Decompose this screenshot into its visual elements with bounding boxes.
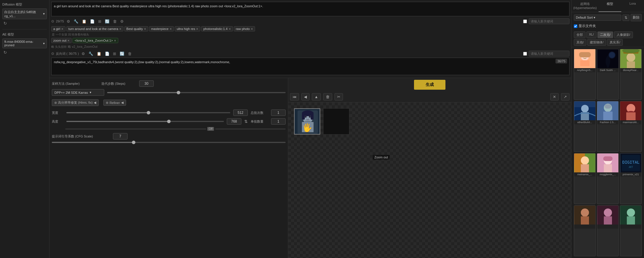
model-card-10[interactable] (597, 205, 619, 256)
ae-model-refresh-button[interactable]: ↻ (2, 50, 47, 55)
open-in-new-btn[interactable]: ↗ (561, 93, 569, 100)
tag-zoom-out[interactable]: zoom out ✕ (51, 38, 72, 43)
first-image-btn[interactable]: ⏮ (290, 93, 299, 100)
total-batches-value-box[interactable]: 1 (271, 109, 286, 116)
diffusion-model-refresh-button[interactable]: ↻ (2, 20, 47, 26)
generated-image-thumb[interactable]: 🖐 (294, 108, 320, 135)
model-card-manmaru[interactable]: manmaruMi... (620, 101, 642, 152)
tag-photorealistic[interactable]: photorealistic:1.4 ✕ (201, 26, 233, 31)
negative-prompt-textarea[interactable]: nsfw,ng_deepnegative_v1_75t,badhandv4,(w… (51, 58, 569, 75)
swap-dimensions-btn[interactable]: ⇅ (244, 119, 248, 124)
negative-prompt-keyword-input[interactable] (529, 51, 569, 56)
positive-prompt-checkbox[interactable] (523, 20, 527, 23)
model-card-primemix[interactable]: DIGITALART primemix_v21 (620, 153, 642, 204)
tag-photorealistic-remove[interactable]: ✕ (229, 27, 231, 31)
tag-ultra-high-res[interactable]: ultra high res ✕ (175, 26, 201, 31)
tag-lora-remove[interactable]: ✕ (114, 39, 116, 42)
model-card-img-9 (574, 206, 595, 225)
model-card-meinamix[interactable]: meinamix_... (574, 153, 596, 204)
model-card-etherblu[interactable]: etherBluMi... (574, 101, 596, 152)
neg-refresh-btn[interactable]: 🔄 (119, 51, 125, 56)
batch-size-value-box[interactable]: 1 (271, 118, 286, 125)
width-value-box[interactable]: 512 (233, 109, 248, 116)
cat-other[interactable]: 其他/ (574, 39, 586, 46)
tag-best-quality[interactable]: Best quality ✕ (124, 26, 148, 31)
hires-fix-toggle[interactable]: 高分辨率修复 (Hires. fix) ◀ (52, 99, 99, 106)
delete-model-btn[interactable]: 删除 (631, 14, 642, 21)
cat-portrait[interactable]: 人像摄影/ (614, 31, 633, 38)
tag-raw-photo[interactable]: raw photo ✕ (234, 26, 255, 31)
height-slider[interactable] (66, 121, 224, 122)
upload-image-btn[interactable]: ▲ (312, 93, 321, 100)
positive-prompt-counter: 29/75 (56, 20, 64, 23)
tag-masterpiece-remove[interactable]: ✕ (169, 27, 172, 31)
positive-prompt-keyword-input[interactable] (529, 18, 569, 24)
sort-dropdown[interactable]: Default Sort ▾ (574, 15, 621, 21)
cfg-value-box[interactable]: 7 (113, 133, 128, 139)
model-card-anything[interactable]: AnythingV5... (574, 49, 596, 100)
height-value-box[interactable]: 768 (227, 118, 241, 125)
tag-masterpiece[interactable]: masterpiece ✕ (149, 26, 174, 31)
cat-realistic[interactable]: 真实系/ (607, 39, 623, 46)
tab-hypernetworks[interactable]: 超网络 (Hypernetworks) (572, 0, 599, 12)
neg-copy-btn[interactable]: 📋 (96, 51, 102, 56)
prompt-config-btn[interactable]: ⚙ (119, 19, 125, 24)
cat-all[interactable]: 全部 (574, 31, 585, 38)
negative-prompt-checkbox[interactable] (523, 52, 527, 56)
model-card-9[interactable] (574, 205, 596, 256)
prompt-clear-btn[interactable]: 🗑 (112, 19, 118, 24)
model-card-disney[interactable]: disneyPixar... (620, 49, 642, 100)
tag-turn-around[interactable]: turn around and look at the camera ✕ (66, 26, 123, 31)
cat-xl[interactable]: XL/ (586, 31, 597, 38)
neg-extra-btn[interactable]: ⊞ (112, 51, 117, 56)
ae-model-dropdown[interactable]: ft-mse-840000-ema-pruned ▾ (2, 38, 47, 48)
cat-2d[interactable]: 二次元/ (597, 31, 613, 38)
height-slider-thumb[interactable] (167, 120, 171, 123)
model-card-11[interactable] (620, 205, 642, 256)
width-slider-thumb[interactable] (147, 111, 150, 114)
generate-button[interactable]: 生成 (414, 80, 445, 90)
neg-style-btn[interactable]: 🔧 (88, 51, 94, 56)
model-card-darksushi[interactable]: Dark Sushi ... (597, 49, 619, 100)
model-card-fashion[interactable]: Fashion 2.5... (597, 101, 619, 152)
model-card-mogglemix[interactable]: mogglemix_... (597, 153, 619, 204)
prompt-refresh-btn[interactable]: 🔄 (104, 19, 110, 24)
tag-a-girl-remove[interactable]: ✕ (61, 27, 63, 31)
cat-architecture[interactable]: 建筑物体/ (587, 39, 606, 46)
width-slider[interactable] (66, 112, 230, 113)
delete-image-btn[interactable]: 🗑 (323, 93, 332, 100)
prev-image-btn[interactable]: ◀ (301, 93, 309, 100)
sampler-dropdown[interactable]: DPP++ 2M SDE Karras ▾ (52, 89, 104, 96)
steps-slider[interactable] (107, 92, 286, 93)
tag-turn-around-remove[interactable]: ✕ (119, 27, 121, 31)
cfg-slider[interactable] (52, 142, 286, 143)
prompt-paste-btn[interactable]: 📄 (89, 19, 95, 24)
prompt-extra-btn[interactable]: ⊞ (97, 19, 102, 24)
cfg-slider-thumb[interactable] (132, 141, 135, 144)
close-output-btn[interactable]: ✕ (550, 93, 559, 100)
edit-image-btn[interactable]: ✂ (335, 93, 343, 100)
tag-zoom-out-remove[interactable]: ✕ (67, 39, 70, 42)
tab-lora[interactable]: Lora (621, 0, 644, 12)
tag-best-quality-remove[interactable]: ✕ (144, 27, 146, 31)
prompt-copy-btn[interactable]: 📋 (81, 19, 87, 24)
sort-direction-btn[interactable]: ⇅ (622, 15, 629, 21)
positive-prompt-textarea[interactable]: a girl turn around and look at the camer… (51, 2, 569, 16)
tag-lora[interactable]: <lora:v2_lora_ZoomOut:1> ✕ (72, 38, 118, 43)
prompt-settings-btn[interactable]: ⚙ (66, 19, 71, 24)
tag-a-girl[interactable]: a girl ✕ (51, 26, 66, 31)
show-folder-checkbox[interactable] (574, 24, 577, 28)
steps-slider-thumb[interactable] (177, 91, 180, 94)
refiner-toggle[interactable]: Refiner ◀ (103, 100, 126, 106)
diffusion-model-dropdown[interactable]: 白云白主主的2.5d特效cg_v1... ▾ (2, 8, 47, 19)
model-card-img-manmaru (620, 101, 641, 120)
neg-paste-btn[interactable]: 📄 (104, 51, 110, 56)
tag-ultra-high-res-remove[interactable]: ✕ (196, 27, 198, 31)
svg-rect-15 (579, 52, 591, 57)
prompt-style-btn[interactable]: 🔧 (73, 19, 79, 24)
tab-model[interactable]: 模型 (599, 0, 621, 12)
neg-clear-btn[interactable]: 🗑 (127, 51, 132, 56)
tag-raw-photo-remove[interactable]: ✕ (251, 27, 253, 31)
neg-settings-btn[interactable]: ⚙ (81, 51, 86, 56)
steps-value-box[interactable]: 30 (139, 80, 154, 87)
